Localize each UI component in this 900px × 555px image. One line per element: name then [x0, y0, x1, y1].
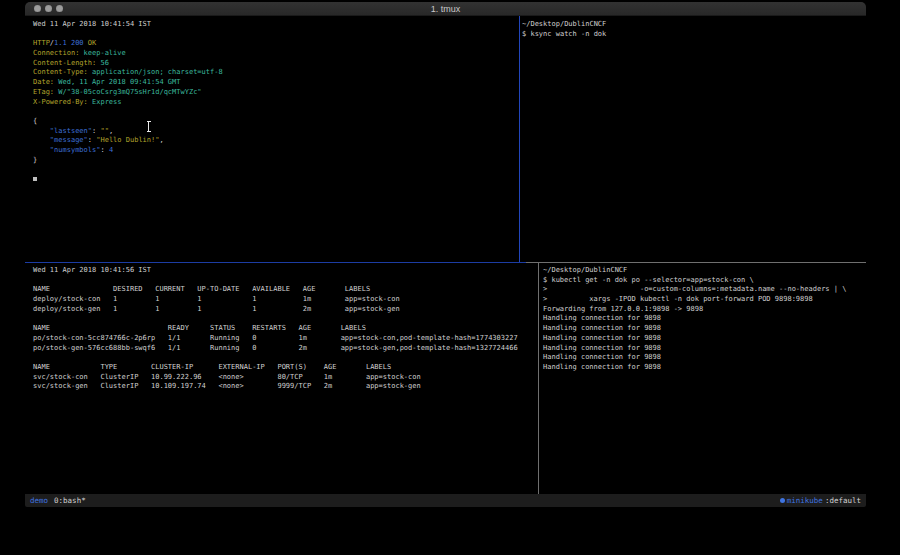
- terminal-text-segment: [33, 146, 50, 154]
- terminal-block-cursor: [33, 177, 37, 181]
- terminal-text-segment: :: [100, 146, 108, 154]
- terminal-text-segment: 4: [109, 146, 113, 154]
- terminal-line: po/stock-gen-576cc688bb-swqf6 1/1 Runnin…: [33, 344, 536, 354]
- kube-context: minikube: [787, 494, 823, 507]
- terminal-text-segment: OK: [84, 39, 97, 47]
- terminal-text-segment: ,: [159, 136, 163, 144]
- minimize-button[interactable]: [45, 5, 52, 12]
- terminal-text-segment: HTTP: [33, 39, 50, 47]
- terminal-text-segment: "": [100, 127, 108, 135]
- terminal-line: Content-Type: application/json; charset=…: [33, 68, 517, 78]
- terminal-line: HTTP/1.1 200 OK: [33, 39, 517, 49]
- terminal-text-segment: 1.1 200: [54, 39, 84, 47]
- tmux-window-label[interactable]: 0:bash*: [54, 494, 86, 507]
- terminal-text-segment: [33, 127, 50, 135]
- terminal-line: }: [33, 156, 517, 166]
- terminal-line: Date: Wed, 11 Apr 2018 09:41:54 GMT: [33, 78, 517, 88]
- terminal-text-segment: keep-alive: [79, 49, 125, 57]
- terminal-line: NAME TYPE CLUSTER-IP EXTERNAL-IP PORT(S)…: [33, 363, 536, 373]
- zoom-button[interactable]: [56, 5, 63, 12]
- pane-ksync-watch[interactable]: ~/Desktop/DublinCNCF$ ksync watch -n dok: [522, 20, 864, 39]
- pane-divider-vertical-bottom[interactable]: [538, 263, 539, 494]
- terminal-line: {: [33, 117, 517, 127]
- terminal-line: deploy/stock-gen 1 1 1 1 2m app=stock-ge…: [33, 305, 536, 315]
- kube-namespace: :default: [825, 494, 861, 507]
- terminal-line: [33, 107, 517, 117]
- terminal-text-segment: [33, 136, 50, 144]
- terminal-line: NAME DESIRED CURRENT UP-TO-DATE AVAILABL…: [33, 285, 536, 295]
- terminal-text-segment: "lastseen": [50, 127, 92, 135]
- terminal-text-segment: W/"38-05coCsrg3mQ75sHr1d/qcMTwYZc": [54, 88, 202, 96]
- terminal-line: Handling connection for 9898: [543, 363, 864, 373]
- terminal-line: Handling connection for 9898: [543, 314, 864, 324]
- pane-port-forward[interactable]: ~/Desktop/DublinCNCF$ kubectl get -n dok…: [543, 266, 864, 373]
- tmux-client-area: Wed 11 Apr 2018 10:41:54 IST HTTP/1.1 20…: [25, 16, 866, 494]
- traffic-lights: [34, 5, 63, 12]
- terminal-text-segment: Date:: [33, 78, 54, 86]
- terminal-text-segment: Connection:: [33, 49, 79, 57]
- terminal-line: svc/stock-con ClusterIP 10.99.222.96 <no…: [33, 373, 536, 383]
- terminal-text-segment: application/json; charset=utf-8: [88, 68, 223, 76]
- terminal-text-segment: "message": [50, 136, 88, 144]
- terminal-line: ~/Desktop/DublinCNCF: [522, 20, 864, 30]
- terminal-line: [33, 353, 536, 363]
- terminal-line: Handling connection for 9898: [543, 344, 864, 354]
- helm-wheel-icon: [780, 498, 785, 503]
- tmux-status-bar: demo 0:bash* minikube :default: [25, 494, 866, 507]
- terminal-line: Wed 11 Apr 2018 10:41:54 IST: [33, 20, 517, 30]
- terminal-text-segment: "Hello Dublin!": [96, 136, 159, 144]
- terminal-window: 1. tmux Wed 11 Apr 2018 10:41:54 IST HTT…: [25, 2, 866, 507]
- terminal-text-segment: Express: [88, 98, 122, 106]
- terminal-line: $ ksync watch -n dok: [522, 30, 864, 40]
- terminal-line: [33, 165, 517, 175]
- tmux-status-right: minikube :default: [780, 494, 861, 507]
- terminal-line: $ kubectl get -n dok po --selector=app=s…: [543, 276, 864, 286]
- terminal-line: X-Powered-By: Express: [33, 98, 517, 108]
- pane-kubectl-get[interactable]: Wed 11 Apr 2018 10:41:56 IST NAME DESIRE…: [33, 266, 536, 392]
- terminal-line: [33, 175, 517, 185]
- terminal-line: NAME READY STATUS RESTARTS AGE LABELS: [33, 324, 536, 334]
- terminal-text-segment: "numsymbols": [50, 146, 101, 154]
- terminal-line: deploy/stock-con 1 1 1 1 1m app=stock-co…: [33, 295, 536, 305]
- terminal-line: [33, 30, 517, 40]
- terminal-line: Connection: keep-alive: [33, 49, 517, 59]
- terminal-text-segment: ETag:: [33, 88, 54, 96]
- terminal-text-segment: ,: [109, 127, 113, 135]
- mouse-ibeam-cursor: [145, 121, 152, 132]
- terminal-line: Handling connection for 9898: [543, 324, 864, 334]
- terminal-line: "numsymbols": 4: [33, 146, 517, 156]
- terminal-line: Handling connection for 9898: [543, 334, 864, 344]
- terminal-line: svc/stock-gen ClusterIP 10.109.197.74 <n…: [33, 382, 536, 392]
- terminal-text-segment: 56: [96, 59, 109, 67]
- pane-http-response[interactable]: Wed 11 Apr 2018 10:41:54 IST HTTP/1.1 20…: [33, 20, 517, 185]
- tmux-session-name[interactable]: demo: [30, 494, 48, 507]
- terminal-line: > -o=custom-columns=:metadata.name --no-…: [543, 285, 864, 295]
- terminal-line: ETag: W/"38-05coCsrg3mQ75sHr1d/qcMTwYZc": [33, 88, 517, 98]
- pane-divider-horizontal-active[interactable]: [25, 262, 526, 263]
- terminal-line: "lastseen": "",: [33, 127, 517, 137]
- terminal-line: > xargs -IPOD kubectl -n dok port-forwar…: [543, 295, 864, 305]
- terminal-line: Wed 11 Apr 2018 10:41:56 IST: [33, 266, 536, 276]
- terminal-line: po/stock-con-5cc874766c-2p6rp 1/1 Runnin…: [33, 334, 536, 344]
- terminal-line: Content-Length: 56: [33, 59, 517, 69]
- window-title: 1. tmux: [25, 2, 866, 16]
- terminal-line: [33, 276, 536, 286]
- terminal-line: Forwarding from 127.0.0.1:9898 -> 9898: [543, 305, 864, 315]
- terminal-line: Handling connection for 9898: [543, 353, 864, 363]
- terminal-line: [33, 314, 536, 324]
- pane-divider-horizontal-inactive[interactable]: [526, 262, 866, 263]
- terminal-text-segment: Content-Length:: [33, 59, 96, 67]
- terminal-text-segment: X-Powered-By:: [33, 98, 88, 106]
- close-button[interactable]: [34, 5, 41, 12]
- pane-divider-vertical-top[interactable]: [519, 16, 520, 262]
- terminal-text-segment: :: [88, 136, 96, 144]
- titlebar[interactable]: 1. tmux: [25, 2, 866, 16]
- terminal-text-segment: Wed, 11 Apr 2018 09:41:54 GMT: [54, 78, 180, 86]
- desktop-background: 1. tmux Wed 11 Apr 2018 10:41:54 IST HTT…: [0, 0, 900, 555]
- terminal-text-segment: Content-Type:: [33, 68, 88, 76]
- terminal-line: "message": "Hello Dublin!",: [33, 136, 517, 146]
- terminal-line: ~/Desktop/DublinCNCF: [543, 266, 864, 276]
